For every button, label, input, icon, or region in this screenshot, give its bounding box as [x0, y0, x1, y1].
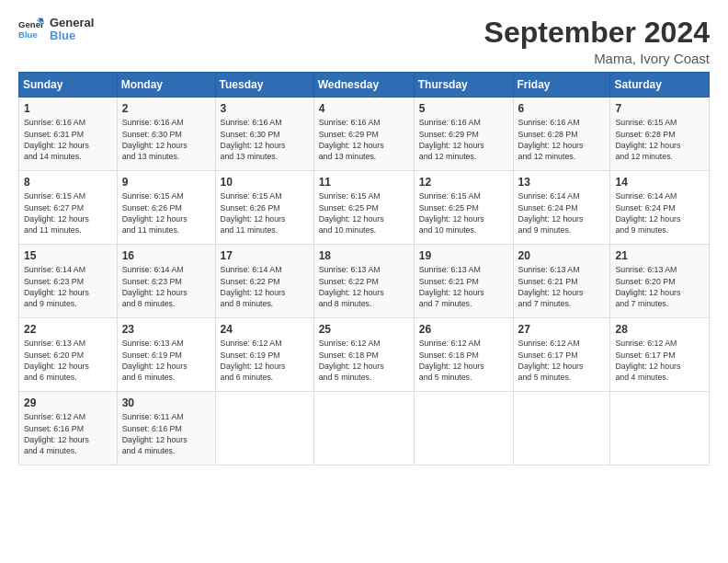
- calendar-cell: [414, 392, 513, 465]
- day-number: 3: [221, 101, 309, 116]
- day-info: Sunrise: 6:11 AMSunset: 6:16 PMDaylight:…: [122, 411, 210, 456]
- day-info: Sunrise: 6:15 AMSunset: 6:25 PMDaylight:…: [319, 190, 409, 236]
- day-number: 26: [419, 322, 508, 337]
- calendar: SundayMondayTuesdayWednesdayThursdayFrid…: [18, 72, 710, 465]
- calendar-cell: 10Sunrise: 6:15 AMSunset: 6:26 PMDayligh…: [215, 171, 313, 245]
- day-number: 2: [122, 101, 210, 116]
- calendar-cell: 2Sunrise: 6:16 AMSunset: 6:30 PMDaylight…: [117, 98, 215, 171]
- day-info: Sunrise: 6:15 AMSunset: 6:27 PMDaylight:…: [24, 190, 112, 236]
- col-header-thursday: Thursday: [414, 73, 513, 98]
- day-info: Sunrise: 6:14 AMSunset: 6:24 PMDaylight:…: [615, 190, 704, 236]
- day-number: 25: [319, 322, 409, 337]
- day-number: 15: [24, 248, 112, 263]
- day-info: Sunrise: 6:12 AMSunset: 6:17 PMDaylight:…: [615, 338, 704, 383]
- day-info: Sunrise: 6:12 AMSunset: 6:18 PMDaylight:…: [419, 338, 508, 383]
- month-title: September 2024: [484, 17, 710, 49]
- title-block: September 2024 Mama, Ivory Coast: [484, 17, 710, 66]
- day-info: Sunrise: 6:14 AMSunset: 6:22 PMDaylight:…: [221, 264, 309, 309]
- logo-line2: Blue: [50, 29, 94, 42]
- calendar-cell: 30Sunrise: 6:11 AMSunset: 6:16 PMDayligh…: [117, 392, 215, 465]
- day-number: 11: [319, 175, 409, 190]
- day-info: Sunrise: 6:16 AMSunset: 6:28 PMDaylight:…: [518, 117, 606, 162]
- col-header-monday: Monday: [117, 73, 215, 98]
- svg-text:Blue: Blue: [18, 29, 38, 40]
- calendar-cell: 9Sunrise: 6:15 AMSunset: 6:26 PMDaylight…: [117, 171, 215, 245]
- day-number: 7: [615, 101, 704, 116]
- calendar-cell: 15Sunrise: 6:14 AMSunset: 6:23 PMDayligh…: [19, 245, 118, 318]
- day-info: Sunrise: 6:14 AMSunset: 6:23 PMDaylight:…: [122, 264, 210, 309]
- day-number: 24: [221, 322, 309, 337]
- day-number: 19: [419, 248, 508, 263]
- calendar-cell: 23Sunrise: 6:13 AMSunset: 6:19 PMDayligh…: [117, 318, 215, 392]
- col-header-saturday: Saturday: [610, 73, 710, 98]
- day-info: Sunrise: 6:15 AMSunset: 6:25 PMDaylight:…: [419, 190, 508, 236]
- calendar-cell: 7Sunrise: 6:15 AMSunset: 6:28 PMDaylight…: [610, 98, 710, 171]
- calendar-cell: 6Sunrise: 6:16 AMSunset: 6:28 PMDaylight…: [513, 98, 610, 171]
- calendar-cell: 17Sunrise: 6:14 AMSunset: 6:22 PMDayligh…: [215, 245, 313, 318]
- calendar-cell: 16Sunrise: 6:14 AMSunset: 6:23 PMDayligh…: [117, 245, 215, 318]
- day-number: 6: [518, 101, 606, 116]
- col-header-wednesday: Wednesday: [313, 73, 414, 98]
- day-info: Sunrise: 6:13 AMSunset: 6:22 PMDaylight:…: [319, 264, 409, 309]
- calendar-cell: [215, 392, 313, 465]
- calendar-cell: 21Sunrise: 6:13 AMSunset: 6:20 PMDayligh…: [610, 245, 710, 318]
- calendar-cell: 28Sunrise: 6:12 AMSunset: 6:17 PMDayligh…: [610, 318, 710, 392]
- calendar-cell: 19Sunrise: 6:13 AMSunset: 6:21 PMDayligh…: [414, 245, 513, 318]
- day-info: Sunrise: 6:15 AMSunset: 6:26 PMDaylight:…: [221, 190, 309, 236]
- calendar-cell: 18Sunrise: 6:13 AMSunset: 6:22 PMDayligh…: [313, 245, 414, 318]
- day-info: Sunrise: 6:15 AMSunset: 6:28 PMDaylight:…: [615, 117, 704, 162]
- day-number: 17: [221, 248, 309, 263]
- day-number: 14: [615, 175, 704, 190]
- day-info: Sunrise: 6:15 AMSunset: 6:26 PMDaylight:…: [122, 190, 210, 236]
- day-number: 13: [518, 175, 606, 190]
- day-number: 5: [419, 101, 508, 116]
- day-info: Sunrise: 6:13 AMSunset: 6:20 PMDaylight:…: [615, 264, 704, 309]
- col-header-sunday: Sunday: [19, 73, 118, 98]
- calendar-cell: 13Sunrise: 6:14 AMSunset: 6:24 PMDayligh…: [513, 171, 610, 245]
- calendar-cell: [610, 392, 710, 465]
- logo: General Blue General Blue: [18, 17, 94, 43]
- calendar-cell: 4Sunrise: 6:16 AMSunset: 6:29 PMDaylight…: [313, 98, 414, 171]
- day-info: Sunrise: 6:12 AMSunset: 6:18 PMDaylight:…: [319, 338, 409, 383]
- calendar-cell: 25Sunrise: 6:12 AMSunset: 6:18 PMDayligh…: [313, 318, 414, 392]
- day-number: 22: [24, 322, 112, 337]
- day-number: 16: [122, 248, 210, 263]
- day-number: 30: [122, 396, 210, 410]
- day-info: Sunrise: 6:16 AMSunset: 6:31 PMDaylight:…: [24, 117, 112, 162]
- day-number: 1: [24, 101, 112, 116]
- day-info: Sunrise: 6:12 AMSunset: 6:17 PMDaylight:…: [518, 338, 606, 383]
- day-number: 8: [24, 175, 112, 190]
- day-number: 20: [518, 248, 606, 263]
- day-info: Sunrise: 6:13 AMSunset: 6:20 PMDaylight:…: [24, 338, 112, 383]
- calendar-cell: 3Sunrise: 6:16 AMSunset: 6:30 PMDaylight…: [215, 98, 313, 171]
- day-info: Sunrise: 6:12 AMSunset: 6:16 PMDaylight:…: [24, 411, 112, 456]
- day-info: Sunrise: 6:14 AMSunset: 6:23 PMDaylight:…: [24, 264, 112, 309]
- calendar-cell: 5Sunrise: 6:16 AMSunset: 6:29 PMDaylight…: [414, 98, 513, 171]
- day-number: 29: [24, 396, 112, 410]
- calendar-cell: 22Sunrise: 6:13 AMSunset: 6:20 PMDayligh…: [19, 318, 118, 392]
- location-title: Mama, Ivory Coast: [484, 51, 710, 66]
- calendar-cell: 24Sunrise: 6:12 AMSunset: 6:19 PMDayligh…: [215, 318, 313, 392]
- day-info: Sunrise: 6:16 AMSunset: 6:30 PMDaylight:…: [122, 117, 210, 162]
- calendar-cell: 26Sunrise: 6:12 AMSunset: 6:18 PMDayligh…: [414, 318, 513, 392]
- day-number: 27: [518, 322, 606, 337]
- day-info: Sunrise: 6:16 AMSunset: 6:29 PMDaylight:…: [419, 117, 508, 162]
- calendar-cell: 29Sunrise: 6:12 AMSunset: 6:16 PMDayligh…: [19, 392, 118, 465]
- calendar-cell: [313, 392, 414, 465]
- day-info: Sunrise: 6:13 AMSunset: 6:21 PMDaylight:…: [419, 264, 508, 309]
- day-number: 23: [122, 322, 210, 337]
- col-header-friday: Friday: [513, 73, 610, 98]
- day-number: 9: [122, 175, 210, 190]
- calendar-cell: 1Sunrise: 6:16 AMSunset: 6:31 PMDaylight…: [19, 98, 118, 171]
- day-info: Sunrise: 6:13 AMSunset: 6:21 PMDaylight:…: [518, 264, 606, 309]
- day-info: Sunrise: 6:12 AMSunset: 6:19 PMDaylight:…: [221, 338, 309, 383]
- day-info: Sunrise: 6:14 AMSunset: 6:24 PMDaylight:…: [518, 190, 606, 236]
- day-info: Sunrise: 6:16 AMSunset: 6:30 PMDaylight:…: [221, 117, 309, 162]
- day-number: 10: [221, 175, 309, 190]
- calendar-cell: 12Sunrise: 6:15 AMSunset: 6:25 PMDayligh…: [414, 171, 513, 245]
- calendar-cell: [513, 392, 610, 465]
- calendar-cell: 27Sunrise: 6:12 AMSunset: 6:17 PMDayligh…: [513, 318, 610, 392]
- logo-line1: General: [50, 17, 94, 29]
- calendar-cell: 11Sunrise: 6:15 AMSunset: 6:25 PMDayligh…: [313, 171, 414, 245]
- day-number: 21: [615, 248, 704, 263]
